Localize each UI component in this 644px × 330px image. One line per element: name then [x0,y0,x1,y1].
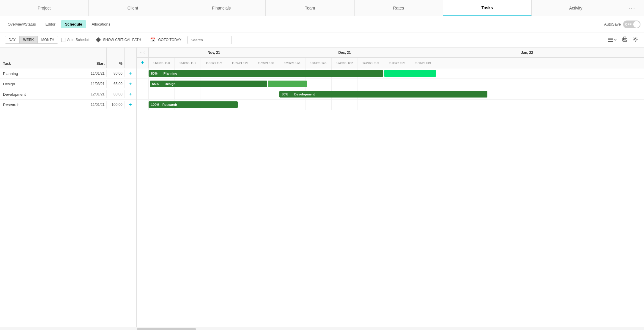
th-pct: % [107,48,125,68]
sub-nav-right: AutoSave OFF [604,21,640,28]
month-view-btn[interactable]: MONTH [38,36,58,43]
autosave-toggle[interactable]: OFF [623,21,640,28]
auto-schedule-control: Auto-Schedule [61,38,91,42]
gantt-cell-add [137,89,149,99]
gantt-cell [358,100,384,110]
add-task-btn[interactable]: + [137,58,149,68]
gantt-cell [227,89,253,99]
critical-path-btn[interactable]: SHOW CRITICAL PATH [94,36,144,43]
tab-rates[interactable]: Rates [355,0,443,16]
back-btn[interactable]: << [137,48,149,57]
gantt-chart-area[interactable]: << Nov, 21 Dec, 21 Jan, 22 + 11/01/21-11… [137,48,644,327]
tab-more[interactable]: ··· [620,0,644,16]
tab-team[interactable]: Team [266,0,354,16]
settings-icon [633,37,638,42]
month-dec: Dec, 21 [279,48,410,57]
development-bar-label: Development [294,92,315,96]
planning-bar-main[interactable]: 80% Planning [149,70,383,77]
table-row: Planning 11/01/21 80.00 + [0,68,136,79]
view-list-btn[interactable] [607,37,618,43]
research-bar[interactable]: 100% Research [149,101,238,108]
table-row: Research 11/01/21 100.00 + [0,100,136,110]
task-pct-development: 80.00 [107,90,125,98]
tab-project[interactable]: Project [0,0,89,16]
toolbar-right [607,35,639,44]
week-col-6: 12/13/21-12/1 [306,58,332,68]
development-bar[interactable]: 80% Development [279,91,487,98]
task-add-design[interactable]: + [125,81,136,87]
gantt-cell [201,89,227,99]
task-table: Task Start % Planning 11/01/21 80.00 + D… [0,48,137,327]
horizontal-scrollbar[interactable] [0,327,644,330]
gantt-cell [253,89,279,99]
search-input[interactable] [187,36,232,44]
task-add-research[interactable]: + [125,102,136,107]
auto-schedule-checkbox[interactable] [61,38,65,42]
task-name-planning: Planning [0,70,80,78]
design-bar-secondary[interactable] [268,81,307,87]
task-add-development[interactable]: + [125,92,136,97]
settings-btn[interactable] [632,35,639,44]
diamond-icon [96,37,101,43]
gantt-cell-add [137,68,149,78]
task-name-design: Design [0,80,80,88]
task-start-planning: 11/01/21 [80,70,107,77]
list-icon [608,38,613,42]
svg-rect-2 [608,41,613,42]
table-row: Design 11/03/21 65.00 + [0,79,136,89]
gantt-cell [253,100,279,110]
gantt-cell [410,79,644,89]
week-col-4: 11/29/21-12/0 [253,58,279,68]
week-col-0: 11/01/21-11/0 [149,58,175,68]
tab-tasks[interactable]: Tasks [443,0,532,16]
goto-today-btn[interactable]: 📅 GOTO TODAY [147,36,184,44]
task-add-planning[interactable]: + [125,71,136,76]
planning-bar-secondary[interactable] [384,70,436,77]
view-toggle: DAY WEEK MONTH [5,36,58,44]
week-col-10: 01/10/22-01/1 [410,58,436,68]
subtab-editor[interactable]: Editor [41,20,60,28]
task-pct-research: 100.00 [107,101,125,109]
task-start-research: 11/01/21 [80,101,107,109]
gantt-cell [306,79,332,89]
gantt-cell [410,100,644,110]
gantt-cell [332,100,358,110]
tab-client[interactable]: Client [89,0,177,16]
toggle-off-label: OFF [625,23,632,26]
scrollbar-thumb[interactable] [137,328,196,330]
top-navigation: Project Client Financials Team Rates Tas… [0,0,644,16]
design-bar-pct: 65% [152,82,159,86]
sub-navigation: Overview/Status Editor Schedule Allocati… [0,16,644,32]
gantt-row-design: 65% Design [137,79,644,89]
task-pct-planning: 80.00 [107,70,125,77]
week-view-btn[interactable]: WEEK [20,36,38,43]
week-col-1: 11/08/21-11/1 [175,58,201,68]
week-col-9: 01/03/22-01/0 [384,58,410,68]
week-col-8: 12/27/21-01/0 [358,58,384,68]
day-view-btn[interactable]: DAY [5,36,20,43]
subtab-overview[interactable]: Overview/Status [4,20,40,28]
subtab-allocations[interactable]: Allocations [87,20,114,28]
research-bar-label: Research [162,103,177,106]
tab-financials[interactable]: Financials [177,0,266,16]
gantt-container: Task Start % Planning 11/01/21 80.00 + D… [0,48,644,327]
gantt-row-development: 80% Development [137,89,644,100]
svg-rect-1 [608,40,613,40]
week-col-3: 11/22/21-11/2 [227,58,253,68]
task-table-header: Task Start % [0,48,136,68]
table-row: Development 12/01/21 80.00 + [0,89,136,100]
task-name-research: Research [0,101,80,109]
month-nov: Nov, 21 [149,48,279,57]
gantt-cell [384,100,410,110]
subtab-schedule[interactable]: Schedule [61,20,86,28]
gantt-row-research: 100% Research [137,100,644,110]
design-bar-main[interactable]: 65% Design [150,81,267,87]
gantt-cell-add [137,79,149,89]
print-btn[interactable] [621,35,629,44]
planning-bar-pct: 80% [151,72,158,75]
tab-activity[interactable]: Activity [532,0,620,16]
gantt-cell [332,79,358,89]
chevron-down-icon [614,38,617,41]
calendar-icon: 📅 [150,37,155,42]
gantt-cell [358,79,384,89]
